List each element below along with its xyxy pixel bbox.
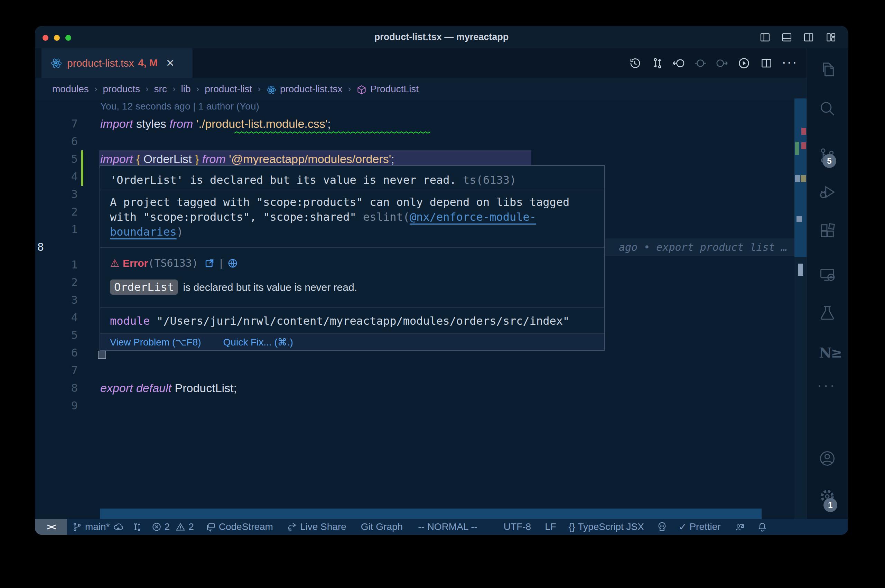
- line-number: 1: [54, 256, 78, 274]
- split-editor-icon[interactable]: [760, 57, 774, 70]
- toggle-sidebar-icon[interactable]: [759, 32, 771, 43]
- codestream-item[interactable]: CodeStream: [206, 521, 273, 532]
- react-icon: [266, 85, 276, 95]
- git-graph-label: Git Graph: [361, 521, 403, 532]
- encoding-item[interactable]: UTF-8: [504, 521, 531, 532]
- line-number: 3: [54, 291, 78, 309]
- rule-link[interactable]: boundaries: [110, 225, 177, 238]
- view-problem-button[interactable]: View Problem (⌥F8): [110, 336, 201, 348]
- breadcrumb-item[interactable]: src: [154, 84, 167, 94]
- navigate-back-icon[interactable]: [672, 57, 686, 70]
- vscode-window: product-list.tsx — myreactapp product-li…: [35, 26, 848, 535]
- error-hover-tooltip: 'OrderList' is declared but its value is…: [99, 165, 605, 351]
- tab-product-list[interactable]: product-list.tsx 4, M ✕: [42, 48, 193, 78]
- remote-explorer-icon[interactable]: [818, 266, 836, 284]
- code-line-export[interactable]: export default ProductList;: [100, 380, 237, 397]
- separator: |: [220, 257, 222, 269]
- warning-triangle-icon: ⚠: [110, 257, 119, 269]
- tooltip-resize-grip[interactable]: [98, 351, 106, 359]
- error-detail-body: OrderListis declared but its value is ne…: [100, 280, 604, 294]
- navigate-previous-icon[interactable]: [694, 57, 708, 70]
- run-code-icon[interactable]: [738, 57, 751, 70]
- warning-count: 2: [188, 521, 194, 532]
- git-graph-item[interactable]: Git Graph: [361, 521, 403, 532]
- prettier-item[interactable]: ✓ Prettier: [679, 521, 721, 533]
- extensions-icon[interactable]: [818, 222, 836, 240]
- live-share-icon: [287, 522, 297, 532]
- line-number: 1: [54, 221, 78, 238]
- search-icon[interactable]: [818, 99, 836, 117]
- line-number: 2: [54, 274, 78, 291]
- accounts-icon[interactable]: [818, 450, 836, 467]
- brace: {: [136, 152, 140, 165]
- navigate-forward-icon[interactable]: [715, 57, 729, 70]
- keyword: from: [170, 117, 193, 130]
- eslint-message-line1: A project tagged with "scope:products" c…: [100, 195, 604, 208]
- globe-icon[interactable]: [227, 258, 238, 268]
- window-title: product-list.tsx — myreactapp: [35, 26, 848, 48]
- check-icon: ✓: [679, 521, 687, 533]
- tab-close-icon[interactable]: ✕: [166, 57, 174, 69]
- rule-link[interactable]: @nx/enforce-module-: [410, 210, 536, 224]
- nx-console-icon[interactable]: N≥: [819, 345, 842, 361]
- breadcrumb-item[interactable]: product-list: [205, 84, 252, 94]
- cloud-upload-icon[interactable]: [113, 522, 123, 532]
- timeline-history-icon[interactable]: [628, 57, 642, 70]
- overview-ruler[interactable]: [795, 99, 807, 519]
- git-branch-item[interactable]: main*: [72, 521, 123, 532]
- vim-mode-item[interactable]: -- NORMAL --: [418, 521, 478, 532]
- tab-filename: product-list.tsx: [67, 57, 134, 69]
- status-bar: >< main* 2 2 CodeStream Live Share Git G…: [35, 519, 848, 535]
- message-text: A project tagged with "scope:products" c…: [110, 195, 569, 208]
- gitlens-inline-blame: ago • export product list …: [619, 238, 787, 256]
- bell-icon: [757, 522, 767, 532]
- feedback-person-icon: [735, 522, 745, 532]
- breadcrumb-item-symbol[interactable]: ProductList: [370, 84, 419, 94]
- error-code: ts(6133): [463, 173, 516, 186]
- code-line-7[interactable]: import styles from './product-list.modul…: [100, 115, 331, 133]
- breadcrumb-item[interactable]: modules: [52, 84, 89, 94]
- message-text: 'OrderList' is declared but its value is…: [110, 173, 463, 186]
- toggle-panel-icon[interactable]: [781, 32, 793, 43]
- compare-changes-icon[interactable]: [651, 57, 665, 70]
- quick-fix-button[interactable]: Quick Fix... (⌘.): [223, 336, 293, 348]
- horizontal-scrollbar[interactable]: [100, 508, 762, 519]
- problems-item[interactable]: 2 2: [152, 521, 194, 532]
- message-text: eslint(: [363, 210, 410, 224]
- remote-indicator[interactable]: ><: [35, 519, 67, 535]
- module-path: "/Users/juri/nrwl/content/myreactapp/mod…: [150, 314, 570, 327]
- breadcrumb-item-file[interactable]: product-list.tsx: [280, 84, 343, 94]
- line-number: 8: [54, 380, 78, 397]
- more-actions-icon[interactable]: ···: [781, 57, 795, 70]
- feedback-item[interactable]: [735, 522, 745, 532]
- gitlens-codelens[interactable]: You, 12 seconds ago | 1 author (You): [100, 98, 259, 115]
- open-external-icon[interactable]: [204, 258, 215, 268]
- language-mode-item[interactable]: {} TypeScript JSX: [569, 521, 644, 532]
- gitlens-compare-item[interactable]: [132, 522, 143, 532]
- github-item[interactable]: [657, 522, 667, 532]
- run-debug-icon[interactable]: [818, 183, 836, 201]
- title-bar: product-list.tsx — myreactapp: [35, 26, 848, 48]
- toggle-secondary-sidebar-icon[interactable]: [802, 32, 815, 43]
- test-beaker-icon[interactable]: [818, 304, 836, 322]
- live-share-item[interactable]: Live Share: [287, 521, 346, 532]
- keyword: default: [133, 381, 172, 394]
- breadcrumb-item[interactable]: lib: [181, 84, 191, 94]
- vim-mode-label: -- NORMAL --: [418, 521, 478, 532]
- explorer-icon[interactable]: [818, 60, 836, 78]
- customize-layout-icon[interactable]: [825, 32, 837, 43]
- message-text: with "scope:products", "scope:shared": [110, 210, 363, 224]
- eol-item[interactable]: LF: [545, 521, 556, 532]
- compare-refs-icon: [132, 522, 143, 532]
- additional-views-icon[interactable]: ···: [817, 376, 836, 394]
- error-detail-header: ⚠Error(TS6133) |: [100, 256, 604, 269]
- keyword: import: [100, 152, 133, 165]
- current-line-number: 8: [35, 238, 44, 256]
- breadcrumb-item[interactable]: products: [103, 84, 140, 94]
- line-number: 7: [54, 362, 78, 380]
- string-literal: './product-list.module.css': [193, 117, 328, 130]
- line-number: 7: [54, 115, 78, 133]
- chevron-right-icon: ›: [258, 84, 261, 94]
- eol-label: LF: [545, 521, 556, 532]
- notifications-item[interactable]: [757, 522, 767, 532]
